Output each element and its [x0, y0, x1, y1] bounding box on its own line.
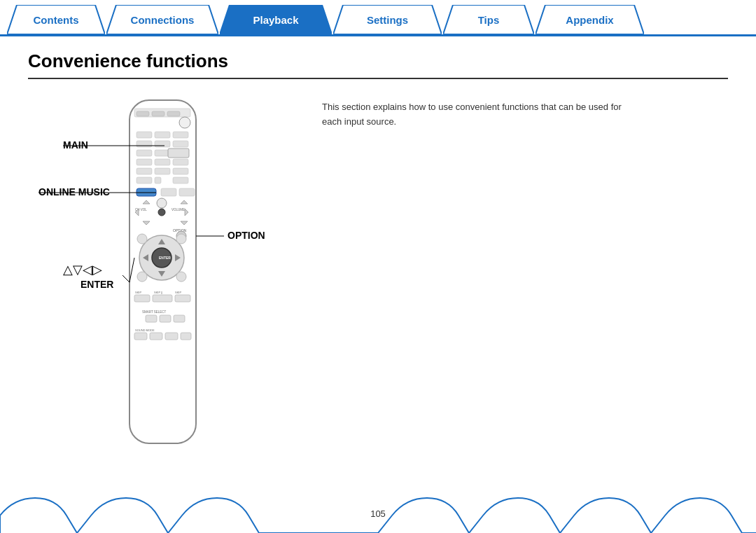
svg-point-53	[176, 234, 186, 244]
svg-text:ENTER: ENTER	[80, 279, 113, 290]
svg-text:SKIP: SKIP	[135, 291, 141, 294]
svg-rect-18	[136, 150, 152, 156]
svg-rect-59	[134, 295, 150, 302]
remote-illustration-area: CH VOL VOLUME OPTION	[28, 93, 294, 485]
svg-text:ONLINE MUSIC: ONLINE MUSIC	[38, 186, 110, 198]
tab-appendix[interactable]: Appendix	[536, 5, 644, 34]
tab-contents[interactable]: Contents	[7, 5, 105, 34]
svg-rect-9	[152, 111, 164, 116]
svg-rect-60	[153, 295, 172, 302]
svg-rect-13	[155, 132, 170, 138]
svg-rect-32	[179, 188, 195, 196]
svg-rect-63	[146, 315, 157, 322]
svg-rect-12	[136, 132, 152, 138]
svg-rect-27	[136, 177, 152, 184]
svg-text:SKIP ‖: SKIP ‖	[154, 291, 162, 294]
svg-rect-20	[168, 148, 189, 158]
svg-rect-28	[155, 177, 161, 184]
svg-point-54	[137, 272, 147, 282]
svg-rect-22	[155, 159, 170, 165]
tab-settings[interactable]: Settings	[333, 5, 442, 34]
svg-rect-64	[160, 315, 171, 322]
svg-rect-69	[165, 333, 178, 340]
svg-rect-31	[161, 188, 176, 196]
svg-rect-8	[136, 111, 149, 116]
tab-tips[interactable]: Tips	[443, 5, 534, 34]
tab-playback[interactable]: Playback	[220, 5, 332, 34]
svg-text:ENTER: ENTER	[159, 256, 171, 260]
svg-rect-65	[174, 315, 185, 322]
tab-connections[interactable]: Connections	[106, 5, 218, 34]
svg-rect-70	[181, 333, 191, 340]
svg-point-52	[137, 234, 147, 244]
svg-rect-16	[155, 141, 170, 147]
svg-rect-68	[150, 333, 162, 340]
description-line2: each input source.	[322, 115, 728, 130]
svg-rect-17	[173, 141, 188, 147]
svg-rect-21	[136, 159, 152, 165]
svg-point-39	[158, 209, 165, 216]
svg-text:MAIN: MAIN	[63, 139, 88, 151]
svg-rect-23	[173, 159, 188, 165]
svg-rect-25	[155, 168, 170, 174]
bottom-nav-svg	[0, 494, 756, 533]
svg-rect-15	[136, 141, 152, 147]
svg-text:SKIP: SKIP	[175, 291, 181, 294]
svg-text:△▽◁▷: △▽◁▷	[63, 263, 102, 277]
svg-rect-26	[173, 168, 188, 174]
svg-text:VOLUME: VOLUME	[172, 208, 185, 212]
svg-text:OPTION: OPTION	[227, 230, 265, 241]
description-line1: This section explains how to use conveni…	[322, 100, 728, 115]
svg-point-36	[157, 198, 167, 208]
main-content: Convenience functions	[0, 36, 756, 492]
description-area: This section explains how to use conveni…	[294, 93, 728, 485]
bottom-nav-decoration	[0, 494, 756, 533]
svg-text:SOUND MODE: SOUND MODE	[135, 328, 155, 332]
svg-rect-67	[134, 333, 147, 340]
svg-rect-61	[175, 295, 190, 302]
svg-point-11	[179, 117, 190, 128]
navigation-bar: Contents Connections Playback Settings T…	[0, 0, 756, 36]
svg-rect-24	[136, 168, 152, 174]
remote-control-svg: CH VOL VOLUME OPTION	[28, 93, 294, 475]
svg-rect-29	[173, 177, 188, 184]
svg-line-82	[122, 275, 130, 282]
svg-text:SMART SELECT: SMART SELECT	[142, 310, 167, 314]
page-title: Convenience functions	[28, 50, 728, 79]
svg-point-55	[176, 272, 186, 282]
svg-rect-10	[167, 111, 180, 116]
content-area: CH VOL VOLUME OPTION	[28, 93, 728, 485]
svg-rect-14	[173, 132, 188, 138]
